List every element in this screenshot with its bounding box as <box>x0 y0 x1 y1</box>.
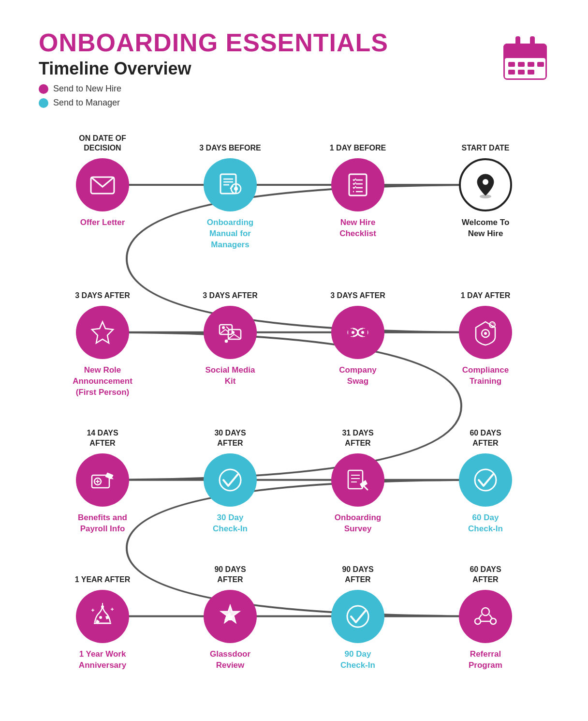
caption-compliance-training: ComplianceTraining <box>462 365 509 387</box>
svg-point-36 <box>232 331 235 334</box>
svg-point-68 <box>99 616 102 619</box>
row-2: 3 DAYS AFTER New RoleAnnouncement(First … <box>39 280 549 398</box>
svg-rect-11 <box>515 36 520 47</box>
svg-point-42 <box>352 331 354 334</box>
item-label: 3 DAYS AFTER <box>330 280 385 301</box>
item-label: 1 DAY BEFORE <box>330 132 386 153</box>
circle-welcome-new-hire <box>459 158 512 211</box>
item-onboarding-manual: 3 DAYS BEFORE OnboardingManual forManage… <box>166 132 294 251</box>
legend-dot-blue <box>39 98 48 108</box>
svg-line-81 <box>489 615 492 618</box>
circle-new-role <box>76 306 129 359</box>
svg-point-45 <box>484 332 487 335</box>
svg-rect-21 <box>349 174 367 195</box>
svg-line-51 <box>493 323 494 324</box>
svg-marker-32 <box>92 322 113 343</box>
row-3: 14 DAYSAFTER Benefits andPayroll Info 30… <box>39 427 549 535</box>
header: ONBOARDING ESSENTIALS Timeline Overview … <box>39 29 549 122</box>
svg-line-53 <box>493 326 494 326</box>
circle-company-swag <box>331 306 384 359</box>
svg-line-54 <box>491 323 491 324</box>
item-label: 90 DAYSAFTER <box>342 564 373 585</box>
item-label: 14 DAYSAFTER <box>87 427 118 449</box>
svg-rect-12 <box>530 36 535 47</box>
caption-90-day-checkin: 90 DayCheck-In <box>340 649 375 671</box>
circle-onboarding-manual <box>204 158 257 211</box>
sub-title: Timeline Overview <box>39 59 388 79</box>
item-label: 60 DAYSAFTER <box>470 427 501 449</box>
svg-rect-4 <box>508 62 515 67</box>
item-label: 1 DAY AFTER <box>461 280 511 301</box>
svg-point-66 <box>101 605 104 608</box>
svg-rect-9 <box>518 70 525 75</box>
circle-onboarding-survey <box>331 453 384 507</box>
caption-60-day-checkin: 60 DayCheck-In <box>468 512 503 535</box>
item-benefits-payroll: 14 DAYSAFTER Benefits andPayroll Info <box>39 427 166 535</box>
svg-line-80 <box>479 615 482 618</box>
item-onboarding-survey: 31 DAYSAFTER OnboardingSurvey <box>294 427 422 535</box>
circle-referral <box>459 590 512 643</box>
caption-onboarding-survey: OnboardingSurvey <box>335 512 381 535</box>
caption-new-hire-checklist: New HireChecklist <box>339 217 376 240</box>
item-label: ON DATE OFDECISION <box>79 132 126 153</box>
item-welcome-new-hire: START DATE Welcome ToNew Hire <box>422 132 549 251</box>
title-block: ONBOARDING ESSENTIALS Timeline Overview … <box>39 29 388 122</box>
item-label: 60 DAYSAFTER <box>470 564 501 585</box>
item-90-day-checkin: 90 DAYSAFTER 90 DayCheck-In <box>294 564 422 671</box>
caption-benefits-payroll: Benefits andPayroll Info <box>78 512 127 535</box>
caption-glassdoor: GlassdoorReview <box>210 649 250 671</box>
svg-point-77 <box>482 608 489 616</box>
item-label: 90 DAYSAFTER <box>214 564 246 585</box>
svg-rect-5 <box>518 62 525 67</box>
circle-90-day-checkin <box>331 590 384 643</box>
svg-point-34 <box>222 326 225 329</box>
item-new-role: 3 DAYS AFTER New RoleAnnouncement(First … <box>39 280 166 398</box>
legend-item-blue: Send to Manager <box>39 98 388 108</box>
item-label: 1 YEAR AFTER <box>75 564 131 585</box>
item-anniversary: 1 YEAR AFTER 1 Year WorkAnnive <box>39 564 166 671</box>
caption-offer-letter: Offer Letter <box>80 217 125 228</box>
timeline: ON DATE OFDECISION Offer Letter 3 DAYS B… <box>39 132 549 671</box>
item-social-media-kit: 3 DAYS AFTER Social MediaKit <box>166 280 294 398</box>
svg-rect-2 <box>503 51 547 58</box>
caption-new-role: New RoleAnnouncement(First Person) <box>73 365 132 398</box>
circle-glassdoor <box>204 590 257 643</box>
item-60-day-checkin: 60 DAYSAFTER 60 DayCheck-In <box>422 427 549 535</box>
circle-benefits-payroll <box>76 453 129 507</box>
circle-anniversary <box>76 590 129 643</box>
svg-rect-3 <box>505 58 545 78</box>
svg-point-20 <box>234 187 238 191</box>
svg-rect-10 <box>528 70 534 75</box>
circle-offer-letter <box>76 158 129 211</box>
svg-point-31 <box>480 195 491 198</box>
row-1: ON DATE OFDECISION Offer Letter 3 DAYS B… <box>39 132 549 251</box>
circle-social-media-kit <box>204 306 257 359</box>
svg-point-37 <box>224 339 228 343</box>
caption-onboarding-manual: OnboardingManual forManagers <box>207 217 253 251</box>
svg-point-43 <box>361 331 364 334</box>
item-label: 3 DAYS AFTER <box>203 280 258 301</box>
svg-rect-6 <box>528 62 534 67</box>
caption-anniversary: 1 Year WorkAnniversary <box>79 649 126 671</box>
calendar-icon <box>501 34 549 82</box>
item-label: 31 DAYSAFTER <box>342 427 373 449</box>
legend: Send to New Hire Send to Manager <box>39 84 388 108</box>
item-label: START DATE <box>462 132 510 153</box>
legend-label-pink: Send to New Hire <box>53 84 121 94</box>
svg-rect-60 <box>348 470 363 489</box>
legend-label-blue: Send to Manager <box>53 98 120 108</box>
legend-item-pink: Send to New Hire <box>39 84 388 94</box>
legend-dot-pink <box>39 84 48 94</box>
main-title: ONBOARDING ESSENTIALS <box>39 29 388 57</box>
row-4: 1 YEAR AFTER 1 Year WorkAnnive <box>39 564 549 671</box>
circle-30-day-checkin <box>204 453 257 507</box>
item-new-hire-checklist: 1 DAY BEFORE New HireChecklist <box>294 132 422 251</box>
caption-company-swag: CompanySwag <box>339 365 376 387</box>
svg-rect-7 <box>537 62 544 67</box>
item-offer-letter: ON DATE OFDECISION Offer Letter <box>39 132 166 251</box>
caption-social-media-kit: Social MediaKit <box>206 365 255 387</box>
item-label: 30 DAYSAFTER <box>214 427 246 449</box>
caption-welcome-new-hire: Welcome ToNew Hire <box>462 217 510 240</box>
item-30-day-checkin: 30 DAYSAFTER 30 DayCheck-In <box>166 427 294 535</box>
svg-point-79 <box>490 618 496 624</box>
